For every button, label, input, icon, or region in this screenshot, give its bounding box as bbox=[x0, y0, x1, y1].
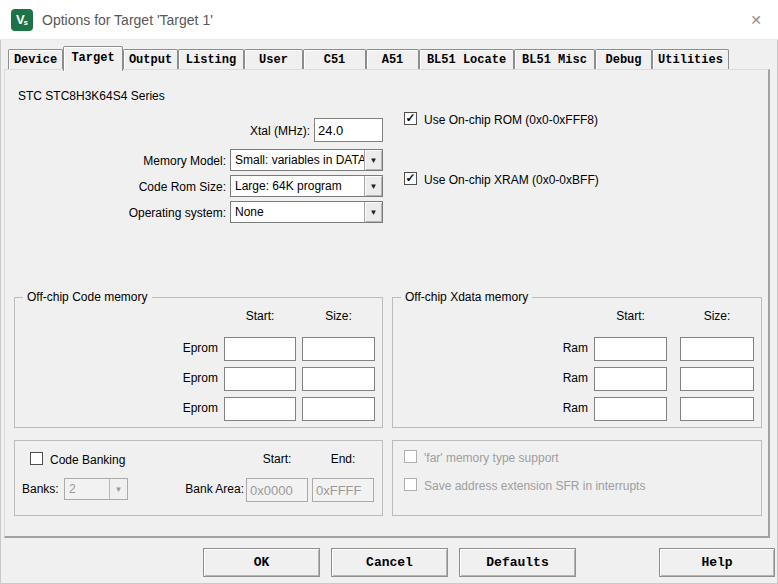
device-series-label: STC STC8H3K64S4 Series bbox=[18, 89, 165, 103]
tab-utilities[interactable]: Utilities bbox=[652, 49, 729, 69]
tab-c51[interactable]: C51 bbox=[303, 49, 366, 69]
code-rom-size-label: Code Rom Size: bbox=[30, 180, 226, 194]
chevron-down-icon: ▼ bbox=[109, 479, 127, 499]
ram-row-label: Ram bbox=[528, 401, 588, 415]
banks-dropdown: 2 ▼ bbox=[64, 478, 128, 500]
ram2-start-input[interactable] bbox=[594, 367, 667, 391]
save-sfr-checkbox bbox=[404, 478, 417, 491]
tab-debug[interactable]: Debug bbox=[595, 49, 652, 69]
eprom1-start-input[interactable] bbox=[224, 337, 296, 361]
tab-output[interactable]: Output bbox=[123, 49, 178, 69]
ram-row-label: Ram bbox=[528, 341, 588, 355]
ram3-start-input[interactable] bbox=[594, 397, 667, 421]
code-size-header: Size: bbox=[302, 309, 375, 323]
tab-strip: Device Target Output Listing User C51 A5… bbox=[8, 46, 729, 71]
tab-bl51-misc[interactable]: BL51 Misc bbox=[514, 49, 595, 69]
memory-model-dropdown[interactable]: Small: variables in DATA ▼ bbox=[230, 149, 383, 171]
eprom2-size-input[interactable] bbox=[302, 367, 375, 391]
bank-area-start-input bbox=[246, 478, 308, 502]
ok-button[interactable]: OK bbox=[203, 548, 320, 577]
xtal-label: Xtal (MHz): bbox=[150, 124, 310, 138]
memory-model-value: Small: variables in DATA bbox=[231, 150, 364, 170]
use-onchip-xram-label[interactable]: Use On-chip XRAM (0x0-0xBFF) bbox=[424, 173, 599, 187]
tab-target[interactable]: Target bbox=[63, 46, 123, 71]
tab-a51[interactable]: A51 bbox=[366, 49, 419, 69]
offchip-xdata-memory-title: Off-chip Xdata memory bbox=[401, 290, 532, 304]
chevron-down-icon[interactable]: ▼ bbox=[364, 150, 382, 170]
eprom1-size-input[interactable] bbox=[302, 337, 375, 361]
far-memory-label: 'far' memory type support bbox=[424, 451, 559, 465]
chevron-down-icon[interactable]: ▼ bbox=[364, 176, 382, 196]
eprom-row-label: Eprom bbox=[158, 341, 218, 355]
use-onchip-rom-checkbox[interactable]: ✓ bbox=[404, 112, 417, 125]
eprom3-start-input[interactable] bbox=[224, 397, 296, 421]
close-icon[interactable]: ✕ bbox=[734, 0, 778, 40]
use-onchip-xram-checkbox[interactable]: ✓ bbox=[404, 172, 417, 185]
eprom-row-label: Eprom bbox=[158, 401, 218, 415]
code-banking-label[interactable]: Code Banking bbox=[50, 453, 125, 467]
save-sfr-label: Save address extension SFR in interrupts bbox=[424, 479, 645, 493]
use-onchip-rom-label[interactable]: Use On-chip ROM (0x0-0xFFF8) bbox=[424, 113, 598, 127]
eprom-row-label: Eprom bbox=[158, 371, 218, 385]
operating-system-value: None bbox=[231, 202, 364, 222]
ram2-size-input[interactable] bbox=[680, 367, 754, 391]
check-icon: ✓ bbox=[405, 172, 415, 184]
icon-sub: s bbox=[24, 18, 28, 27]
chevron-down-icon[interactable]: ▼ bbox=[364, 202, 382, 222]
ram1-start-input[interactable] bbox=[594, 337, 667, 361]
keil-uvision-icon: Vs bbox=[11, 9, 33, 31]
xdata-start-header: Start: bbox=[594, 309, 667, 323]
check-icon: ✓ bbox=[405, 112, 415, 124]
tab-bl51-locate[interactable]: BL51 Locate bbox=[419, 49, 514, 69]
ram3-size-input[interactable] bbox=[680, 397, 754, 421]
tab-user[interactable]: User bbox=[244, 49, 303, 69]
bank-end-header: End: bbox=[312, 452, 374, 466]
title-bar: Vs Options for Target 'Target 1' ✕ bbox=[0, 0, 778, 40]
tab-listing[interactable]: Listing bbox=[178, 49, 244, 69]
cancel-button[interactable]: Cancel bbox=[331, 548, 448, 577]
xtal-input[interactable] bbox=[314, 118, 383, 142]
memory-model-label: Memory Model: bbox=[30, 154, 226, 168]
bank-area-end-input bbox=[312, 478, 374, 502]
xdata-size-header: Size: bbox=[680, 309, 754, 323]
ram-row-label: Ram bbox=[528, 371, 588, 385]
bank-start-header: Start: bbox=[246, 452, 308, 466]
help-button[interactable]: Help bbox=[659, 548, 775, 577]
window-title: Options for Target 'Target 1' bbox=[42, 12, 213, 28]
operating-system-label: Operating system: bbox=[30, 206, 226, 220]
operating-system-dropdown[interactable]: None ▼ bbox=[230, 201, 383, 223]
banks-label: Banks: bbox=[22, 482, 59, 496]
code-banking-checkbox[interactable] bbox=[30, 452, 43, 465]
offchip-code-memory-title: Off-chip Code memory bbox=[23, 290, 152, 304]
eprom3-size-input[interactable] bbox=[302, 397, 375, 421]
code-rom-size-dropdown[interactable]: Large: 64K program ▼ bbox=[230, 175, 383, 197]
ram1-size-input[interactable] bbox=[680, 337, 754, 361]
bank-area-label: Bank Area: bbox=[160, 482, 244, 496]
eprom2-start-input[interactable] bbox=[224, 367, 296, 391]
code-rom-size-value: Large: 64K program bbox=[231, 176, 364, 196]
code-start-header: Start: bbox=[224, 309, 296, 323]
defaults-button[interactable]: Defaults bbox=[459, 548, 576, 577]
banks-value: 2 bbox=[65, 479, 109, 499]
options-dialog: Vs Options for Target 'Target 1' ✕ Devic… bbox=[0, 0, 778, 584]
tab-device[interactable]: Device bbox=[8, 49, 63, 69]
far-memory-checkbox bbox=[404, 450, 417, 463]
